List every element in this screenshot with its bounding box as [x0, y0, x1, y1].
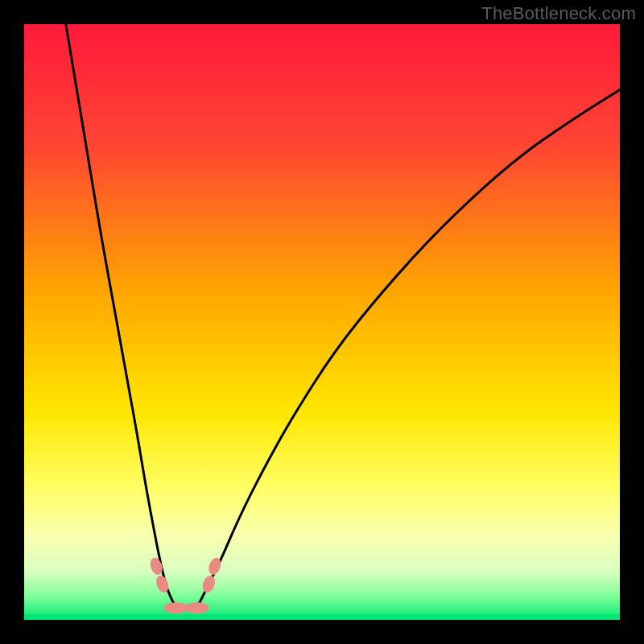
marker-valley-floor-1: [164, 602, 188, 613]
chart-svg: [24, 24, 620, 620]
watermark-text: TheBottleneck.com: [481, 3, 636, 24]
chart-plot: [24, 24, 620, 620]
marker-valley-floor-2: [185, 602, 209, 613]
outer-frame: TheBottleneck.com: [0, 0, 644, 644]
chart-background: [24, 24, 620, 620]
